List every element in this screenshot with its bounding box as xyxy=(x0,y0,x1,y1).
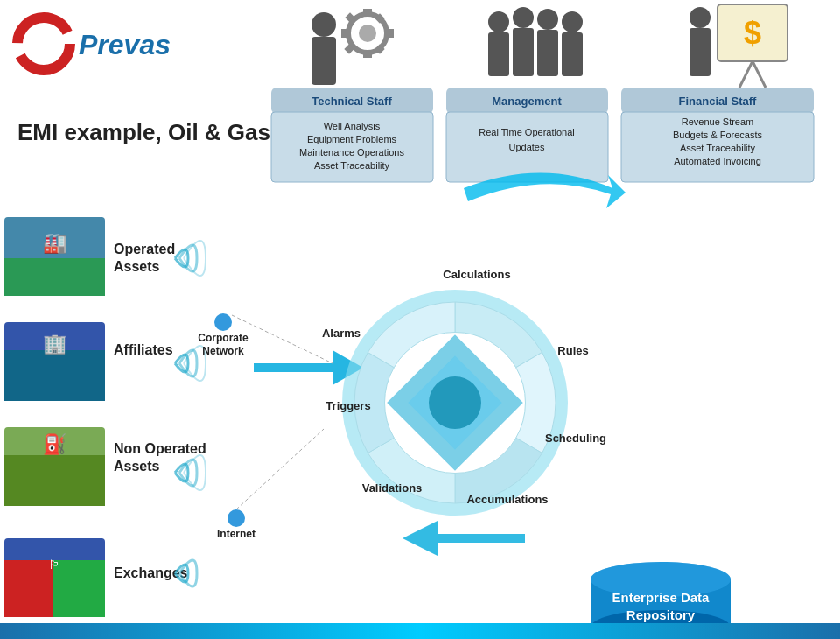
technical-staff-header: Technical Staff xyxy=(312,95,392,108)
svg-point-60 xyxy=(354,302,556,503)
svg-rect-25 xyxy=(562,32,583,76)
scheduling-label: Scheduling xyxy=(545,432,606,445)
svg-point-63 xyxy=(429,376,481,429)
svg-text:⛽: ⛽ xyxy=(43,432,67,456)
svg-line-71 xyxy=(236,429,324,509)
svg-rect-52 xyxy=(4,560,52,617)
svg-text:🏢: 🏢 xyxy=(43,332,67,355)
page-title: EMI example, Oil & Gas xyxy=(18,119,270,145)
svg-text:Real Time Operational: Real Time Operational xyxy=(479,127,574,137)
svg-line-70 xyxy=(232,315,332,363)
svg-rect-10 xyxy=(363,9,372,16)
svg-point-9 xyxy=(359,25,376,42)
logo-text: Prevas xyxy=(79,29,171,60)
svg-rect-5 xyxy=(621,112,814,182)
svg-rect-43 xyxy=(4,258,105,296)
svg-point-20 xyxy=(513,7,534,28)
svg-rect-4 xyxy=(621,88,814,114)
svg-rect-69 xyxy=(0,623,840,639)
svg-point-57 xyxy=(214,313,232,331)
svg-text:🏳: 🏳 xyxy=(48,558,60,572)
svg-point-64 xyxy=(591,562,731,597)
svg-text:Assets: Assets xyxy=(114,259,160,274)
validations-label: Validations xyxy=(362,481,423,495)
svg-rect-48 xyxy=(4,427,105,506)
triggers-label: Triggers xyxy=(326,399,370,412)
svg-rect-11 xyxy=(363,51,372,58)
svg-rect-19 xyxy=(488,32,509,76)
svg-text:Budgets & Forecasts: Budgets & Forecasts xyxy=(673,130,763,140)
svg-text:Asset Traceability: Asset Traceability xyxy=(680,143,756,153)
svg-rect-27 xyxy=(690,28,710,76)
svg-rect-45 xyxy=(4,322,105,401)
svg-rect-51 xyxy=(4,538,105,617)
exchanges-label: Exchanges xyxy=(114,565,188,580)
affiliates-label: Affiliates xyxy=(114,342,173,357)
corporate-network-label: Corporate xyxy=(198,332,248,344)
svg-text:Well Analysis: Well Analysis xyxy=(324,121,381,131)
svg-text:Equipment Problems: Equipment Problems xyxy=(307,134,397,144)
management-header: Management xyxy=(492,95,562,108)
svg-rect-2 xyxy=(446,88,608,114)
svg-point-6 xyxy=(312,12,336,37)
svg-text:Network: Network xyxy=(202,345,244,357)
svg-rect-53 xyxy=(52,560,105,617)
svg-point-66 xyxy=(591,610,731,639)
svg-rect-42 xyxy=(4,217,105,296)
svg-rect-12 xyxy=(341,29,348,38)
rules-label: Rules xyxy=(557,344,588,357)
svg-point-8 xyxy=(348,14,387,53)
non-operated-assets-label: Non Operated xyxy=(114,441,206,456)
svg-text:Updates: Updates xyxy=(509,142,545,152)
operated-assets-label: Operated xyxy=(114,242,175,256)
svg-rect-15 xyxy=(374,44,384,53)
svg-text:Maintenance Operations: Maintenance Operations xyxy=(299,147,404,158)
svg-point-67 xyxy=(591,562,731,597)
svg-rect-3 xyxy=(446,112,608,182)
svg-point-59 xyxy=(228,509,245,527)
financial-staff-header: Financial Staff xyxy=(679,95,758,108)
svg-line-30 xyxy=(752,61,766,88)
svg-rect-16 xyxy=(344,44,354,53)
svg-rect-14 xyxy=(345,12,354,22)
internet-label: Internet xyxy=(217,528,256,540)
svg-rect-7 xyxy=(312,37,336,85)
svg-rect-28 xyxy=(718,4,788,61)
svg-rect-13 xyxy=(387,29,394,38)
alarms-label: Alarms xyxy=(322,327,360,340)
svg-point-18 xyxy=(488,11,509,32)
calculations-label: Calculations xyxy=(443,268,510,281)
svg-text:Automated Invoicing: Automated Invoicing xyxy=(674,156,761,166)
svg-text:$: $ xyxy=(744,15,761,51)
svg-text:Assets: Assets xyxy=(114,459,160,474)
svg-rect-0 xyxy=(271,88,433,114)
svg-rect-17 xyxy=(374,13,384,23)
svg-point-26 xyxy=(690,7,710,28)
svg-rect-1 xyxy=(271,112,433,182)
svg-text:Revenue Stream: Revenue Stream xyxy=(682,116,754,127)
svg-rect-49 xyxy=(4,455,105,506)
svg-text:🏭: 🏭 xyxy=(43,231,67,255)
svg-rect-61 xyxy=(387,334,523,471)
svg-text:Asset Traceability: Asset Traceability xyxy=(314,160,390,171)
svg-rect-62 xyxy=(408,355,501,449)
svg-rect-23 xyxy=(537,30,558,76)
svg-line-29 xyxy=(739,61,752,88)
edr-label-line1: Enterprise Data xyxy=(612,590,710,605)
svg-point-24 xyxy=(562,11,583,32)
accumulations-label: Accumulations xyxy=(466,493,548,506)
svg-rect-65 xyxy=(591,579,731,628)
svg-point-68 xyxy=(18,18,70,70)
svg-rect-21 xyxy=(513,28,534,76)
edr-label-line2: Repository xyxy=(626,607,696,622)
svg-point-22 xyxy=(537,9,558,30)
svg-rect-46 xyxy=(4,350,105,401)
